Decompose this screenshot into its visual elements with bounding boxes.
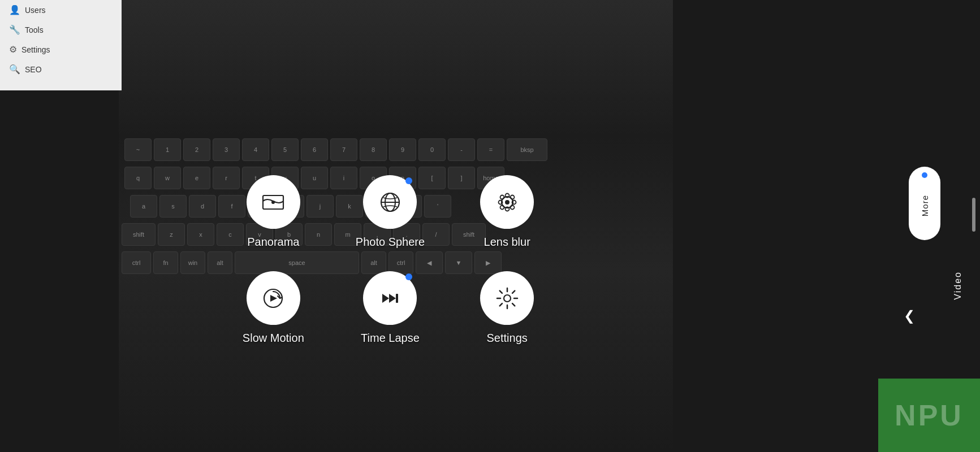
key: 9 [389,138,416,161]
scroll-indicator[interactable] [972,198,975,232]
lens-blur-label: Lens blur [484,236,530,249]
panorama-icon-wrap [247,175,300,229]
key: 7 [330,138,357,161]
settings-mode-icon-wrap [480,271,534,325]
key: 0 [418,138,446,161]
slow-motion-icon [261,286,286,311]
key: ctrl [122,251,151,274]
svg-point-14 [505,200,510,205]
time-lapse-icon-wrap [363,271,417,325]
time-lapse-icon [378,286,403,311]
left-sidebar: 👤 Users 🔧 Tools ⚙ Settings 🔍 SEO [0,0,122,90]
svg-marker-16 [270,295,277,302]
key: 3 [213,138,240,161]
npu-text: NPU [895,398,964,432]
tools-icon: 🔧 [9,24,20,35]
photo-sphere-icon-wrap [363,175,417,229]
key: shift [122,223,156,246]
panorama-label: Panorama [247,236,299,249]
mode-time-lapse[interactable]: Time Lapse [338,271,443,345]
more-indicator-dot [922,172,927,178]
key: 4 [242,138,269,161]
svg-rect-19 [396,294,398,303]
sidebar-item-users[interactable]: 👤 Users [0,0,122,20]
key: win [180,251,205,274]
key: 1 [154,138,181,161]
svg-point-10 [500,195,504,199]
svg-point-12 [500,205,504,209]
key: 8 [360,138,387,161]
key: d [189,195,216,218]
more-label: More [920,195,930,216]
panorama-icon [261,190,286,215]
photo-sphere-icon [378,190,403,215]
svg-point-20 [504,295,511,302]
slow-motion-label: Slow Motion [243,332,304,345]
sidebar-item-tools[interactable]: 🔧 Tools [0,20,122,40]
key: e [183,167,210,189]
svg-point-1 [271,201,275,204]
key: 6 [301,138,328,161]
key: x [187,223,214,246]
settings-icon: ⚙ [9,44,17,55]
users-icon: 👤 [9,5,20,15]
lens-blur-icon-wrap [480,175,534,229]
mode-lens-blur[interactable]: Lens blur [454,175,560,249]
key: - [448,138,475,161]
key: s [159,195,187,218]
key: w [154,167,181,189]
camera-mode-grid: Panorama Photo Sphere [221,175,560,345]
back-chevron-icon[interactable]: ❮ [904,308,915,324]
time-lapse-dot [405,273,412,280]
key: z [158,223,185,246]
key: = [477,138,504,161]
mode-photo-sphere[interactable]: Photo Sphere [338,175,443,249]
sidebar-label-seo: SEO [25,65,42,74]
sidebar-label-users: Users [25,6,46,15]
sidebar-item-settings[interactable]: ⚙ Settings [0,40,122,59]
svg-point-13 [510,205,514,209]
sidebar-label-tools: Tools [25,25,44,34]
video-label[interactable]: Video [953,271,963,300]
mode-slow-motion[interactable]: Slow Motion [221,271,326,345]
key: 2 [183,138,210,161]
key: bksp [507,138,547,161]
settings-mode-icon [495,286,520,311]
key: ~ [124,138,152,161]
key: q [124,167,152,189]
lens-blur-icon [495,190,520,215]
photo-sphere-label: Photo Sphere [356,236,425,249]
slow-motion-icon-wrap [247,271,300,325]
more-button[interactable]: More [909,167,940,240]
mode-panorama[interactable]: Panorama [221,175,326,249]
svg-point-11 [510,195,514,199]
mode-settings[interactable]: Settings [454,271,560,345]
key: fn [153,251,178,274]
seo-icon: 🔍 [9,64,20,75]
key: a [130,195,157,218]
time-lapse-label: Time Lapse [361,332,420,345]
sidebar-label-settings: Settings [21,45,50,54]
svg-marker-18 [389,294,396,303]
npu-badge: NPU [878,379,980,452]
sidebar-item-seo[interactable]: 🔍 SEO [0,59,122,79]
photo-sphere-dot [405,177,412,184]
key: 5 [271,138,299,161]
svg-marker-17 [382,294,389,303]
settings-mode-label: Settings [487,332,528,345]
